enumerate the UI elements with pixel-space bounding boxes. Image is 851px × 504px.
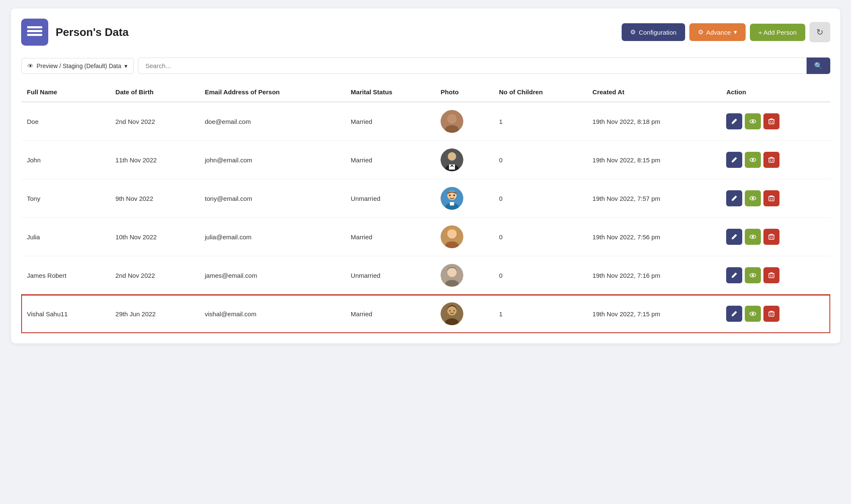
- chevron-down-icon: ▾: [734, 28, 737, 36]
- cell-full-name: John: [21, 141, 110, 179]
- search-input[interactable]: [138, 58, 806, 74]
- svg-point-19: [752, 159, 754, 161]
- col-email: Email Address of Person: [199, 82, 345, 102]
- cell-created-at: 19th Nov 2022, 7:57 pm: [587, 179, 720, 218]
- table-header-row: Full Name Date of Birth Email Address of…: [21, 82, 830, 102]
- cell-marital-status: Unmarried: [345, 256, 435, 295]
- search-button[interactable]: 🔍: [807, 58, 830, 74]
- delete-button[interactable]: [763, 190, 779, 206]
- svg-point-28: [449, 194, 451, 196]
- table-row: Tony 9th Nov 2022 tony@email.com Unmarri…: [21, 179, 830, 218]
- svg-rect-27: [450, 202, 454, 205]
- view-button[interactable]: [745, 267, 761, 283]
- eye-icon: 👁: [28, 63, 33, 69]
- cell-created-at: 19th Nov 2022, 7:15 pm: [587, 295, 720, 333]
- cell-no-children: 0: [493, 179, 587, 218]
- cell-photo: [435, 141, 493, 179]
- svg-point-29: [453, 194, 455, 196]
- table-row: John 11th Nov 2022 john@email.com Marrie…: [21, 141, 830, 179]
- delete-button[interactable]: [763, 267, 779, 283]
- svg-point-8: [752, 121, 754, 123]
- advance-button[interactable]: ⚙ Advance ▾: [689, 23, 746, 41]
- refresh-button[interactable]: ↻: [810, 22, 830, 42]
- cell-email: doe@email.com: [199, 102, 345, 141]
- delete-button[interactable]: [763, 152, 779, 168]
- edit-button[interactable]: [726, 267, 742, 283]
- col-no-children: No of Children: [493, 82, 587, 102]
- cell-actions: [720, 179, 830, 218]
- table-row: Doe 2nd Nov 2022 doe@email.com Married 1…: [21, 102, 830, 141]
- logo-box: [21, 19, 48, 46]
- cell-marital-status: Married: [345, 218, 435, 256]
- cell-dob: 2nd Nov 2022: [110, 256, 199, 295]
- configuration-button[interactable]: ⚙ Configuration: [622, 23, 685, 41]
- view-button[interactable]: [745, 306, 761, 322]
- view-button[interactable]: [745, 113, 761, 129]
- cell-dob: 9th Nov 2022: [110, 179, 199, 218]
- col-photo: Photo: [435, 82, 493, 102]
- add-person-button[interactable]: + Add Person: [750, 24, 805, 41]
- search-input-wrap: 🔍: [138, 58, 830, 74]
- header: Person's Data ⚙ Configuration ⚙ Advance …: [21, 19, 830, 46]
- svg-point-31: [752, 197, 754, 200]
- svg-rect-41: [769, 235, 774, 239]
- col-dob: Date of Birth: [110, 82, 199, 102]
- cell-full-name: Julia: [21, 218, 110, 256]
- cell-marital-status: Married: [345, 295, 435, 333]
- cell-dob: 10th Nov 2022: [110, 218, 199, 256]
- cell-no-children: 0: [493, 256, 587, 295]
- edit-button[interactable]: [726, 190, 742, 206]
- svg-point-58: [454, 310, 455, 312]
- delete-button[interactable]: [763, 229, 779, 245]
- table-row: Julia 10th Nov 2022 julia@email.com Marr…: [21, 218, 830, 256]
- cell-full-name: Tony: [21, 179, 110, 218]
- view-button[interactable]: [745, 152, 761, 168]
- logo-icon: [27, 23, 42, 41]
- cell-full-name: Doe: [21, 102, 110, 141]
- edit-button[interactable]: [726, 113, 742, 129]
- edit-button[interactable]: [726, 306, 742, 322]
- cell-email: james@email.com: [199, 256, 345, 295]
- cell-no-children: 0: [493, 141, 587, 179]
- staging-dropdown[interactable]: 👁 Preview / Staging (Default) Data ▾: [21, 58, 134, 74]
- table-row: James Robert 2nd Nov 2022 james@email.co…: [21, 256, 830, 295]
- svg-rect-2: [27, 34, 42, 36]
- svg-point-14: [448, 152, 456, 161]
- col-action: Action: [720, 82, 830, 102]
- gear-icon: ⚙: [630, 28, 636, 36]
- cell-full-name: Vishal Sahu11: [21, 295, 110, 333]
- cell-marital-status: Married: [345, 141, 435, 179]
- view-button[interactable]: [745, 229, 761, 245]
- cell-created-at: 19th Nov 2022, 8:15 pm: [587, 141, 720, 179]
- cell-created-at: 19th Nov 2022, 8:18 pm: [587, 102, 720, 141]
- cell-photo: [435, 179, 493, 218]
- cell-photo: [435, 102, 493, 141]
- cell-photo: [435, 295, 493, 333]
- cell-created-at: 19th Nov 2022, 7:16 pm: [587, 256, 720, 295]
- svg-point-55: [447, 306, 457, 315]
- svg-point-6: [448, 115, 456, 123]
- cell-no-children: 1: [493, 295, 587, 333]
- svg-rect-20: [769, 158, 774, 162]
- refresh-icon: ↻: [816, 27, 823, 37]
- edit-button[interactable]: [726, 152, 742, 168]
- app-container: Person's Data ⚙ Configuration ⚙ Advance …: [11, 8, 840, 343]
- search-bar: 👁 Preview / Staging (Default) Data ▾ 🔍: [21, 58, 830, 74]
- table-row: Vishal Sahu11 29th Jun 2022 vishal@email…: [21, 295, 830, 333]
- cell-actions: [720, 256, 830, 295]
- svg-point-60: [752, 313, 754, 315]
- edit-button[interactable]: [726, 229, 742, 245]
- header-actions: ⚙ Configuration ⚙ Advance ▾ + Add Person…: [622, 22, 830, 42]
- cell-actions: [720, 141, 830, 179]
- view-button[interactable]: [745, 190, 761, 206]
- svg-rect-1: [27, 30, 42, 32]
- svg-rect-50: [769, 274, 774, 278]
- svg-rect-32: [769, 197, 774, 201]
- delete-button[interactable]: [763, 306, 779, 322]
- delete-button[interactable]: [763, 113, 779, 129]
- svg-rect-0: [27, 26, 42, 28]
- cell-actions: [720, 295, 830, 333]
- cell-actions: [720, 218, 830, 256]
- cell-marital-status: Married: [345, 102, 435, 141]
- persons-table: Full Name Date of Birth Email Address of…: [21, 82, 830, 333]
